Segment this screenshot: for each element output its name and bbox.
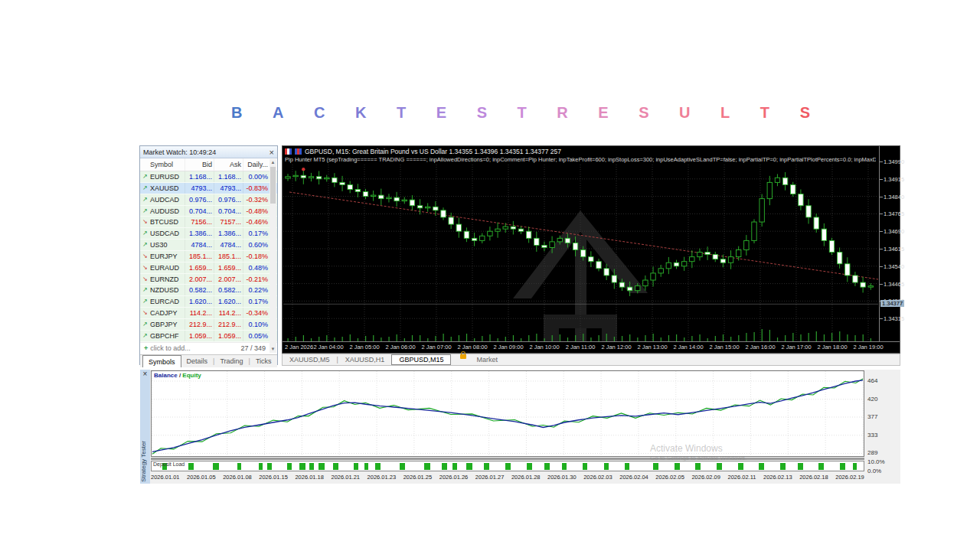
date-label: 2026.01.01 xyxy=(151,474,180,481)
column-daily[interactable]: Daily... xyxy=(243,158,270,171)
deposit-bar xyxy=(583,463,587,470)
bull-candle xyxy=(387,197,391,199)
price-label: 1.34315 xyxy=(884,315,904,322)
symbol-row[interactable]: ↘CADJPY114.2...114.2...-0.34% xyxy=(140,308,277,319)
symbol-row[interactable]: ↗NZDUSD0.582...0.582...0.22% xyxy=(140,285,277,296)
graph-divider[interactable] xyxy=(151,458,864,460)
symbol-row[interactable]: ↗USDCAD1.386...1.386...0.17% xyxy=(140,228,277,240)
time-label: 2 Jan 05:00 xyxy=(349,344,379,350)
deposit-bar xyxy=(653,463,658,470)
balance-graph[interactable]: Balance / Equity xyxy=(151,370,864,457)
legend-balance: Balance xyxy=(154,372,178,379)
ask-value: 114.2... xyxy=(214,308,243,318)
bull-candle xyxy=(488,231,492,236)
symbol-name: GBPCHF xyxy=(150,331,185,341)
symbol-row[interactable]: ↘EURNZD2.007...2.007...-0.21% xyxy=(140,274,277,285)
arrow-down-icon: ↘ xyxy=(140,251,150,262)
strategy-tester-panel: × Strategy Tester Balance / Equity Depos… xyxy=(140,370,900,484)
add-symbol-icon[interactable]: + xyxy=(144,343,148,354)
chart-tab-xauusd-m5[interactable]: XAUUSD,M5 xyxy=(283,354,337,365)
arrow-up-icon: ↗ xyxy=(140,296,150,307)
symbol-name: EURUSD xyxy=(150,171,185,182)
daily-change: -0.32% xyxy=(243,194,270,205)
scroll-down-icon[interactable]: ▼ xyxy=(270,346,276,353)
scrollbar-thumb[interactable] xyxy=(270,167,276,204)
bear-candle xyxy=(565,238,570,243)
bear-candle xyxy=(316,177,321,179)
price-tick xyxy=(880,266,883,267)
candlestick-plot[interactable] xyxy=(283,165,878,341)
chart-tab-gbpusd-m15[interactable]: GBPUSD,M15 xyxy=(391,354,451,365)
date-label: 2026.01.25 xyxy=(403,474,433,481)
deposit-bar xyxy=(738,463,743,470)
symbol-row[interactable]: ↗GBPCHF1.059...1.059...0.05% xyxy=(140,331,277,342)
bear-candle xyxy=(604,269,609,276)
deposit-bar xyxy=(625,463,629,470)
tab-trading[interactable]: Trading xyxy=(214,355,248,367)
volume-bar xyxy=(691,336,692,341)
time-label: 2 Jan 10:00 xyxy=(529,344,559,350)
close-icon[interactable]: × xyxy=(270,148,274,156)
price-tick xyxy=(880,179,883,180)
bear-candle xyxy=(441,210,446,217)
symbol-row[interactable]: ↗AUDUSD0.704...0.704...-0.48% xyxy=(140,206,277,217)
ask-value: 0.582... xyxy=(214,285,243,295)
price-tick xyxy=(880,161,883,162)
daily-change: -0.83% xyxy=(243,183,270,194)
bear-candle xyxy=(705,253,710,255)
time-label: 2 Jan 14:00 xyxy=(673,344,703,350)
daily-change: 0.48% xyxy=(243,262,270,273)
symbol-row[interactable]: ↘BTCUSD7156...7157...-0.46% xyxy=(140,217,277,228)
date-label: 2026.02.03 xyxy=(583,474,612,481)
bear-candle xyxy=(417,206,422,208)
symbol-row[interactable]: ↗XAUUSD4793...4793...-0.83% xyxy=(140,183,277,194)
bear-candle xyxy=(861,282,865,287)
volume-bar xyxy=(435,336,436,341)
bid-value: 2.007... xyxy=(185,274,214,285)
tester-vertical-tab[interactable]: Strategy Tester xyxy=(140,441,150,482)
market-tab[interactable]: Market xyxy=(469,354,505,365)
ask-value: 2.007... xyxy=(214,274,243,285)
volume-bar xyxy=(365,336,366,341)
column-symbol[interactable]: Symbol xyxy=(150,158,185,171)
bull-candle xyxy=(635,286,640,291)
scrollbar[interactable]: ▲ ▼ xyxy=(270,159,276,353)
volume-bar xyxy=(575,335,576,341)
ask-value: 185.1... xyxy=(214,251,243,262)
symbol-row[interactable]: ↗EURCAD1.620...1.620...0.17% xyxy=(140,296,277,308)
symbol-row[interactable]: ↗GBPJPY212.9...212.9...0.10% xyxy=(140,319,277,331)
scroll-up-icon[interactable]: ▲ xyxy=(270,159,276,166)
bull-candle xyxy=(690,257,694,262)
deposit-bar xyxy=(424,463,430,470)
add-symbol-label[interactable]: click to add... xyxy=(150,343,191,354)
bear-candle xyxy=(301,175,305,178)
symbol-row[interactable]: ↘EURAUD1.659...1.659...0.48% xyxy=(140,262,277,274)
ask-value: 1.659... xyxy=(214,262,243,273)
tester-close-icon[interactable]: × xyxy=(140,370,150,379)
chart-tab-xauusd-h1[interactable]: XAUUSD,H1 xyxy=(338,354,392,365)
title-letter: E xyxy=(436,104,446,127)
column-ask[interactable]: Ask xyxy=(214,158,243,171)
arrow-up-icon: ↗ xyxy=(140,183,150,194)
title-letter: R xyxy=(557,104,567,127)
bull-candle xyxy=(775,178,779,182)
symbol-row[interactable]: ↗US304784...4784...0.60% xyxy=(140,240,277,251)
volume-bar xyxy=(854,335,855,341)
ask-value: 4793... xyxy=(214,183,243,194)
daily-change: -0.34% xyxy=(243,308,270,318)
chart-tab-bar: XAUUSD,M5|XAUUSD,H1GBPUSD,M15Market xyxy=(282,354,900,366)
tab-symbols[interactable]: Symbols xyxy=(142,355,181,367)
tab-ticks[interactable]: Ticks xyxy=(250,355,277,367)
bid-value: 1.386... xyxy=(185,228,214,239)
column-bid[interactable]: Bid xyxy=(185,158,214,171)
volume-bar xyxy=(847,334,848,341)
time-label: 2 Jan 11:00 xyxy=(566,344,596,350)
symbol-row[interactable]: ↘EURJPY185.1...185.1...-0.18% xyxy=(140,251,277,262)
symbol-name: NZDUSD xyxy=(150,285,185,295)
tab-details[interactable]: Details xyxy=(181,355,214,367)
bull-candle xyxy=(557,238,562,242)
chart-window[interactable]: GBPUSD, M15: Great Britain Pound vs US D… xyxy=(282,145,900,354)
bid-value: 1.659... xyxy=(185,262,214,273)
symbol-row[interactable]: ↗EURUSD1.168...1.168...0.00% xyxy=(140,171,277,183)
symbol-row[interactable]: ↗AUDCAD0.976...0.976...-0.32% xyxy=(140,194,277,206)
